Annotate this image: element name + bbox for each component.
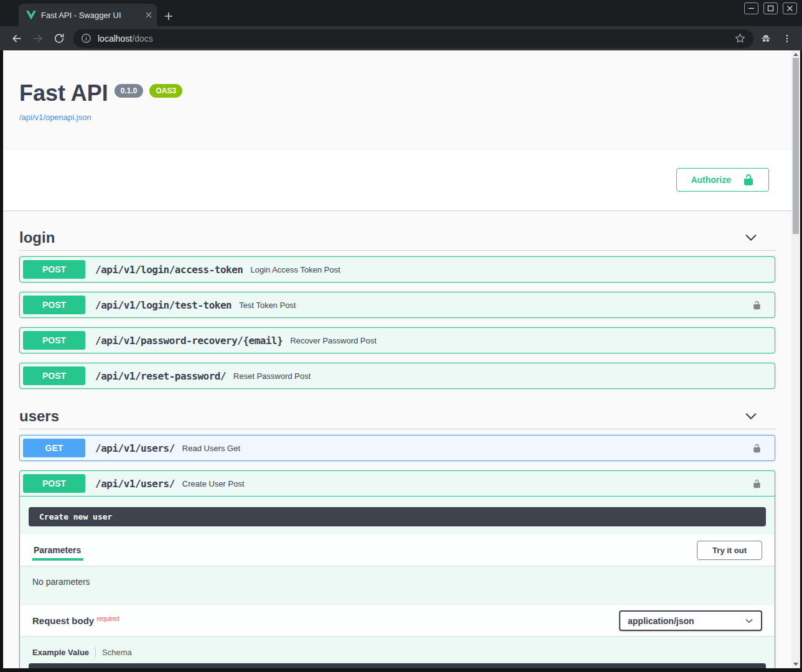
- section-users-endpoints: GET /api/v1/users/ Read Users Get POST /…: [19, 435, 775, 668]
- endpoint-path: /api/v1/users/: [95, 442, 175, 454]
- method-badge: POST: [23, 331, 85, 350]
- endpoint-row[interactable]: POST /api/v1/login/access-token Login Ac…: [19, 256, 775, 282]
- tab-example-value[interactable]: Example Value: [32, 648, 89, 657]
- forward-icon[interactable]: [27, 29, 49, 48]
- endpoint-path: /api/v1/login/test-token: [95, 299, 231, 311]
- new-tab-icon[interactable]: [164, 12, 173, 21]
- section-header-login[interactable]: login: [19, 223, 775, 251]
- version-badge: 0.1.0: [114, 84, 144, 98]
- api-info: Fast API 0.1.0 OAS3 /api/v1/openapi.json: [3, 50, 791, 123]
- scheme-container: Authorize: [3, 149, 791, 210]
- method-badge: POST: [23, 366, 85, 385]
- site-info-icon[interactable]: [81, 33, 91, 44]
- close-icon[interactable]: [783, 2, 797, 14]
- scrollbar-thumb[interactable]: [793, 58, 799, 234]
- content-type-value: application/json: [628, 616, 745, 626]
- section-title: users: [19, 408, 59, 425]
- browser-menu-icon[interactable]: [782, 34, 792, 44]
- incognito-icon: [760, 32, 772, 45]
- auth-lock-icon[interactable]: [752, 444, 762, 453]
- endpoint-summary: Recover Password Post: [290, 336, 376, 345]
- endpoint-summary: Create User Post: [182, 479, 245, 488]
- model-example: Example Value Schema {: [20, 636, 775, 668]
- tab-title: Fast API - Swagger UI: [41, 11, 141, 20]
- browser-toolbar: localhost/docs: [0, 26, 802, 50]
- method-badge: POST: [23, 296, 85, 314]
- tab-schema[interactable]: Schema: [102, 648, 132, 657]
- tab-parameters: Parameters: [32, 539, 82, 561]
- request-body-header: Request bodyrequired application/json: [20, 605, 775, 636]
- section-login-endpoints: POST /api/v1/login/access-token Login Ac…: [19, 256, 775, 389]
- endpoint-path: /api/v1/password-recovery/{email}: [95, 335, 282, 347]
- authorize-label: Authorize: [691, 175, 731, 185]
- endpoint-row-expanded: POST /api/v1/users/ Create User Post Cre…: [19, 470, 775, 668]
- url-path: /docs: [132, 34, 152, 44]
- method-badge: POST: [23, 474, 85, 493]
- minimize-icon[interactable]: [744, 2, 758, 14]
- authorize-button[interactable]: Authorize: [676, 168, 769, 192]
- back-icon[interactable]: [6, 29, 27, 48]
- operation-body: Create new user Parameters Try it out No…: [20, 507, 775, 668]
- parameters-header: Parameters Try it out: [20, 534, 775, 566]
- endpoint-path: /api/v1/reset-password/: [95, 370, 226, 382]
- bookmark-star-icon[interactable]: [734, 32, 746, 44]
- content-type-select[interactable]: application/json: [619, 610, 762, 631]
- window-controls: [744, 2, 797, 14]
- unlock-icon: [742, 174, 755, 186]
- section-title: login: [19, 229, 55, 246]
- endpoint-summary: Login Access Token Post: [250, 265, 340, 274]
- endpoint-summary: Read Users Get: [182, 444, 240, 453]
- oas3-badge: OAS3: [149, 84, 182, 98]
- address-bar[interactable]: localhost/docs: [73, 29, 753, 48]
- chevron-down-icon[interactable]: [744, 231, 758, 245]
- url-text[interactable]: localhost/docs: [98, 34, 728, 44]
- endpoint-summary: Reset Password Post: [233, 371, 310, 381]
- method-badge: POST: [23, 260, 85, 279]
- vue-favicon-icon: [26, 11, 36, 20]
- endpoint-row[interactable]: POST /api/v1/reset-password/ Reset Passw…: [19, 363, 775, 389]
- openapi-spec-link[interactable]: /api/v1/openapi.json: [19, 113, 91, 122]
- swagger-page: Fast API 0.1.0 OAS3 /api/v1/openapi.json…: [3, 50, 791, 668]
- endpoint-summary: Test Token Post: [239, 301, 296, 310]
- url-host: localhost: [98, 34, 132, 44]
- endpoint-row[interactable]: POST /api/v1/password-recovery/{email} R…: [19, 327, 775, 353]
- endpoint-path: /api/v1/users/: [95, 478, 175, 490]
- example-tabs: Example Value Schema: [29, 647, 766, 657]
- tab-divider: [95, 647, 96, 657]
- toolbar-right: [760, 32, 795, 45]
- endpoint-row[interactable]: GET /api/v1/users/ Read Users Get: [19, 435, 775, 461]
- chevron-down-icon[interactable]: [744, 409, 758, 423]
- method-badge: GET: [23, 439, 85, 457]
- endpoint-summary-bar[interactable]: POST /api/v1/users/ Create User Post: [20, 471, 775, 497]
- tab-close-icon[interactable]: [146, 12, 152, 18]
- browser-chrome: Fast API - Swagger UI: [0, 0, 802, 50]
- page-scrollbar[interactable]: [791, 50, 800, 668]
- operation-description: Create new user: [29, 507, 766, 526]
- select-chevron-icon: [745, 617, 753, 625]
- request-body-label: Request bodyrequired: [32, 615, 119, 626]
- no-parameters-text: No parameters: [20, 566, 775, 599]
- auth-lock-icon[interactable]: [752, 301, 762, 310]
- browser-tab[interactable]: Fast API - Swagger UI: [19, 4, 157, 26]
- scroll-up-arrow-icon[interactable]: [793, 53, 798, 56]
- example-code-block[interactable]: {: [29, 663, 766, 668]
- endpoint-row[interactable]: POST /api/v1/login/test-token Test Token…: [19, 292, 775, 318]
- maximize-icon[interactable]: [763, 2, 778, 14]
- reload-icon[interactable]: [49, 29, 70, 48]
- endpoint-path: /api/v1/login/access-token: [95, 264, 243, 276]
- section-header-users[interactable]: users: [19, 401, 775, 429]
- tab-strip: Fast API - Swagger UI: [0, 0, 802, 26]
- try-it-out-button[interactable]: Try it out: [697, 541, 762, 560]
- auth-lock-icon[interactable]: [752, 479, 762, 488]
- page-title: Fast API: [19, 80, 108, 106]
- scroll-down-arrow-icon[interactable]: [793, 663, 798, 666]
- required-flag: required: [96, 615, 119, 622]
